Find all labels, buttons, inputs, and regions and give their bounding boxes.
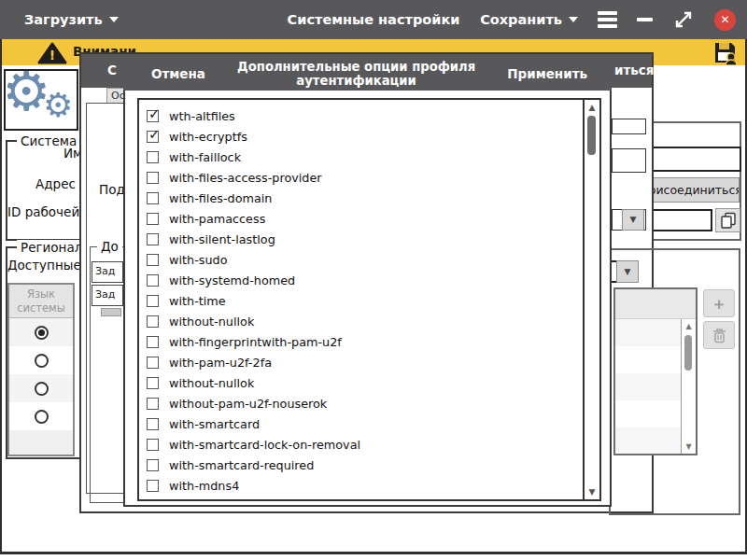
- checkbox-checked-icon[interactable]: [147, 131, 159, 143]
- option-row[interactable]: with-pamaccess: [139, 208, 583, 229]
- subscription-label-fragment: Под: [99, 182, 125, 197]
- option-row[interactable]: wth-altfiles: [139, 105, 583, 126]
- option-label: with-mdns4: [169, 479, 239, 493]
- option-row[interactable]: without-pam-u2f-nouserok: [139, 393, 583, 413]
- auth-options-dialog: Отмена Дополнительные опции профиля ауте…: [123, 56, 612, 507]
- add-button[interactable]: [703, 289, 735, 317]
- title-bar-actions: Сохранить: [480, 0, 736, 39]
- checkbox-icon[interactable]: [147, 439, 159, 451]
- option-label: with-faillock: [169, 150, 241, 164]
- auth-options-header: Отмена Дополнительные опции профиля ауте…: [123, 56, 612, 91]
- options-scrollbar[interactable]: ▲ ▼: [583, 100, 599, 499]
- app-window: Загрузить Системные настройки Сохранить …: [0, 0, 747, 560]
- input-fragment[interactable]: [612, 119, 646, 134]
- scrollbar-thumb[interactable]: [587, 116, 596, 155]
- language-row[interactable]: [9, 402, 73, 430]
- option-row[interactable]: with-smartcard: [139, 413, 583, 434]
- auth-listbox[interactable]: ▲ ▼: [613, 287, 698, 455]
- close-icon[interactable]: [714, 9, 736, 31]
- checkbox-icon[interactable]: [147, 295, 159, 307]
- option-row[interactable]: with-smartcard-lock-on-removal: [139, 434, 583, 455]
- profile-inner-fieldset-legend: До: [97, 239, 122, 254]
- delete-button[interactable]: [703, 321, 735, 349]
- language-row[interactable]: [9, 346, 73, 374]
- radio-icon[interactable]: [35, 354, 49, 368]
- profile-dialog-header-right-fragment[interactable]: иться: [614, 63, 655, 77]
- option-label: wth-altfiles: [169, 109, 235, 123]
- option-label: without-nullok: [169, 376, 254, 390]
- radio-selected-icon[interactable]: [35, 326, 49, 340]
- checkbox-icon[interactable]: [147, 336, 159, 348]
- checkbox-icon[interactable]: [147, 357, 159, 369]
- options-listbox: wth-altfileswith-ecryptfswith-faillockwi…: [137, 98, 601, 501]
- copy-button[interactable]: [715, 208, 740, 232]
- checkbox-icon[interactable]: [147, 398, 159, 410]
- checkbox-icon[interactable]: [147, 418, 159, 430]
- combobox-arrow-icon[interactable]: [622, 209, 644, 231]
- checkbox-icon[interactable]: [147, 254, 159, 266]
- language-row[interactable]: [9, 318, 73, 346]
- combobox-fragment[interactable]: [612, 209, 646, 231]
- option-row[interactable]: with-smartcard-required: [139, 455, 583, 475]
- option-label: with-smartcard: [169, 417, 260, 431]
- language-table-filler: [9, 430, 73, 455]
- option-row[interactable]: without-nullok: [139, 372, 583, 393]
- dropdown-fragment: [101, 308, 121, 316]
- trash-icon: [712, 328, 726, 343]
- checkbox-icon[interactable]: [147, 151, 159, 163]
- language-row[interactable]: [9, 374, 73, 402]
- option-row[interactable]: without-nullok: [139, 311, 583, 331]
- option-row[interactable]: with-time: [139, 290, 583, 311]
- checkbox-icon[interactable]: [147, 480, 159, 492]
- menu-icon[interactable]: [598, 11, 617, 28]
- scroll-up-icon[interactable]: ▲: [682, 322, 696, 330]
- option-label: with-files-access-provider: [169, 171, 322, 185]
- save-menu-button[interactable]: Сохранить: [480, 12, 578, 27]
- option-row[interactable]: with-files-domain: [139, 188, 583, 208]
- auth-listbox-scrollbar[interactable]: ▲ ▼: [681, 319, 696, 454]
- scroll-down-icon[interactable]: ▼: [585, 487, 599, 497]
- save-menu-label: Сохранить: [480, 12, 562, 27]
- option-row[interactable]: with-sudo: [139, 249, 583, 270]
- option-label: with-fingerprintwith-pam-u2f: [169, 335, 342, 349]
- checkbox-icon[interactable]: [147, 233, 159, 245]
- cancel-button[interactable]: Отмена: [151, 66, 205, 81]
- checkbox-icon[interactable]: [147, 274, 159, 287]
- option-label: with-silent-lastlog: [169, 232, 275, 246]
- option-row[interactable]: with-files-access-provider: [139, 167, 583, 188]
- checkbox-icon[interactable]: [147, 172, 159, 184]
- checkbox-checked-icon[interactable]: [147, 110, 159, 122]
- profile-combo-1[interactable]: Зад: [92, 261, 123, 283]
- save-user-icon[interactable]: [712, 40, 738, 65]
- option-row[interactable]: with-faillock: [139, 147, 583, 167]
- option-label: with-smartcard-required: [169, 458, 314, 472]
- checkbox-icon[interactable]: [147, 192, 159, 204]
- auth-combobox-arrow-icon[interactable]: [616, 260, 639, 283]
- workgroup-field-label: ID рабочей: [7, 204, 79, 219]
- minimize-icon[interactable]: [637, 18, 653, 21]
- option-row[interactable]: with-mdns4: [139, 475, 583, 496]
- radio-icon[interactable]: [35, 382, 49, 396]
- profile-combo-2[interactable]: Зад: [92, 285, 123, 306]
- expand-icon[interactable]: [672, 8, 695, 31]
- address-field-label: Адрес: [35, 176, 76, 191]
- apply-button[interactable]: Применить: [507, 66, 587, 81]
- checkbox-icon[interactable]: [147, 315, 159, 328]
- scroll-down-icon[interactable]: ▼: [682, 442, 696, 451]
- checkbox-icon[interactable]: [147, 377, 159, 389]
- option-row[interactable]: with-ecryptfs: [139, 126, 583, 147]
- join-domain-button[interactable]: Присоединиться: [642, 177, 740, 203]
- scroll-up-icon[interactable]: ▲: [585, 103, 599, 112]
- scrollbar-thumb[interactable]: [684, 335, 692, 371]
- option-label: with-pam-u2f-2fa: [169, 356, 272, 370]
- input-fragment[interactable]: [612, 148, 646, 173]
- option-row[interactable]: with-silent-lastlog: [139, 229, 583, 249]
- radio-icon[interactable]: [35, 410, 49, 424]
- option-row[interactable]: with-systemd-homed: [139, 270, 583, 290]
- checkbox-icon[interactable]: [147, 213, 159, 225]
- option-label: with-systemd-homed: [169, 273, 295, 287]
- checkbox-icon[interactable]: [147, 459, 159, 471]
- option-row[interactable]: with-fingerprintwith-pam-u2f: [139, 331, 583, 352]
- options-rows: wth-altfileswith-ecryptfswith-faillockwi…: [139, 100, 583, 499]
- option-row[interactable]: with-pam-u2f-2fa: [139, 352, 583, 372]
